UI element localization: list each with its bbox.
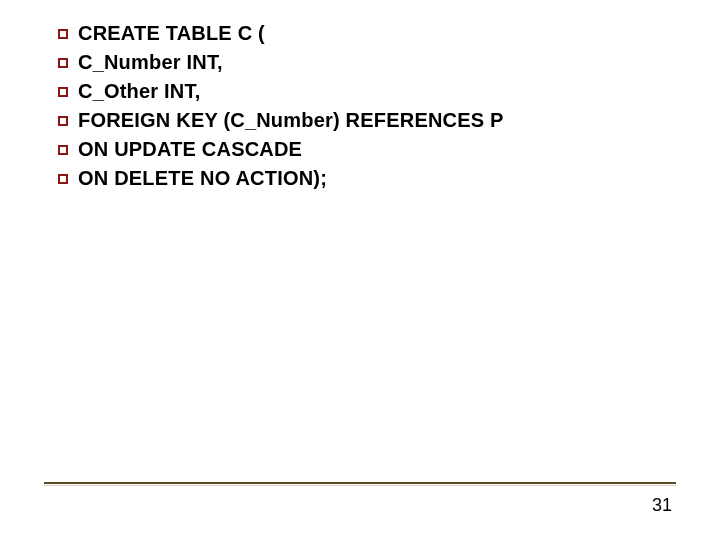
square-bullet-icon bbox=[58, 145, 68, 155]
code-block: CREATE TABLE C ( C_Number INT, C_Other I… bbox=[58, 22, 680, 196]
list-item: C_Number INT, bbox=[58, 51, 680, 74]
list-item: FOREIGN KEY (C_Number) REFERENCES P bbox=[58, 109, 680, 132]
square-bullet-icon bbox=[58, 116, 68, 126]
square-bullet-icon bbox=[58, 58, 68, 68]
horizontal-rule bbox=[44, 482, 676, 484]
square-bullet-icon bbox=[58, 87, 68, 97]
square-bullet-icon bbox=[58, 174, 68, 184]
square-bullet-icon bbox=[58, 29, 68, 39]
list-item: ON UPDATE CASCADE bbox=[58, 138, 680, 161]
slide: CREATE TABLE C ( C_Number INT, C_Other I… bbox=[0, 0, 720, 540]
list-item: CREATE TABLE C ( bbox=[58, 22, 680, 45]
code-line: ON DELETE NO ACTION); bbox=[78, 167, 327, 190]
code-line: CREATE TABLE C ( bbox=[78, 22, 265, 45]
page-number: 31 bbox=[652, 495, 672, 516]
code-line: C_Number INT, bbox=[78, 51, 223, 74]
list-item: ON DELETE NO ACTION); bbox=[58, 167, 680, 190]
code-line: C_Other INT, bbox=[78, 80, 200, 103]
code-line: ON UPDATE CASCADE bbox=[78, 138, 302, 161]
code-line: FOREIGN KEY (C_Number) REFERENCES P bbox=[78, 109, 504, 132]
list-item: C_Other INT, bbox=[58, 80, 680, 103]
horizontal-rule-shadow bbox=[44, 485, 676, 486]
